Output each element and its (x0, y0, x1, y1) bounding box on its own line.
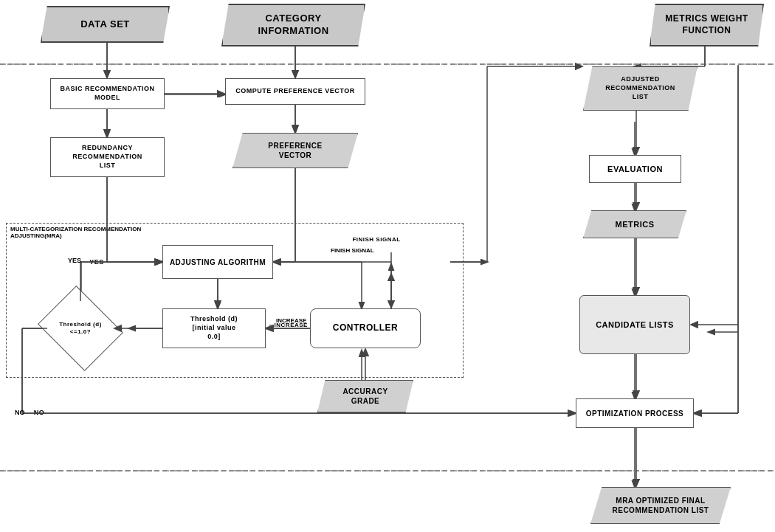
candidate-lists: CANDIDATE LISTS (579, 295, 690, 354)
metrics: METRICS (583, 210, 686, 238)
header-category: CATEGORYINFORMATION (221, 4, 365, 46)
pref-vector: PREFERENCEVECTOR (232, 133, 358, 168)
header-metrics: METRICS WEIGHTFUNCTION (650, 4, 764, 46)
no-label: NO (28, 407, 50, 419)
mra-label: MULTI-CATEGORIZATION RECOMMENDATIONADJUS… (10, 226, 141, 239)
adjusting-algo: ADJUSTING ALGORITHM (162, 245, 273, 279)
flowchart-diagram: DATA SET CATEGORYINFORMATION METRICS WEI… (0, 0, 775, 532)
threshold-box: Threshold (d)[initial value0.0] (162, 308, 266, 348)
controller: CONTROLLER (310, 308, 421, 348)
threshold-diamond-container: Threshold (d)<=1.0? (47, 301, 114, 356)
increase-text: INCREASE (276, 317, 306, 324)
yes-label-text: YES (68, 257, 81, 264)
threshold-diamond-text: Threshold (d)<=1.0? (47, 301, 114, 356)
redundancy-rec-list: REDUNDANCYRECOMMENDATIONLIST (50, 137, 165, 177)
compute-pref-vector: COMPUTE PREFERENCE VECTOR (225, 78, 365, 105)
basic-rec-model: BASIC RECOMMENDATION MODEL (50, 78, 165, 109)
no-label-text: NO (15, 409, 25, 416)
optimization-process: OPTIMIZATION PROCESS (576, 398, 694, 428)
header-dataset: DATA SET (41, 6, 170, 43)
mra-final: MRA OPTIMIZED FINALRECOMMENDATION LIST (590, 487, 731, 524)
accuracy-grade: ACCURACYGRADE (317, 380, 413, 412)
yes-label: YES (86, 257, 108, 269)
finish-signal-label: FINISH SIGNAL (347, 235, 406, 245)
finish-signal-text: FINISH SIGNAL (331, 247, 374, 254)
evaluation: EVALUATION (589, 155, 681, 183)
adjusted-rec-list: ADJUSTEDRECOMMENDATIONLIST (583, 66, 698, 111)
